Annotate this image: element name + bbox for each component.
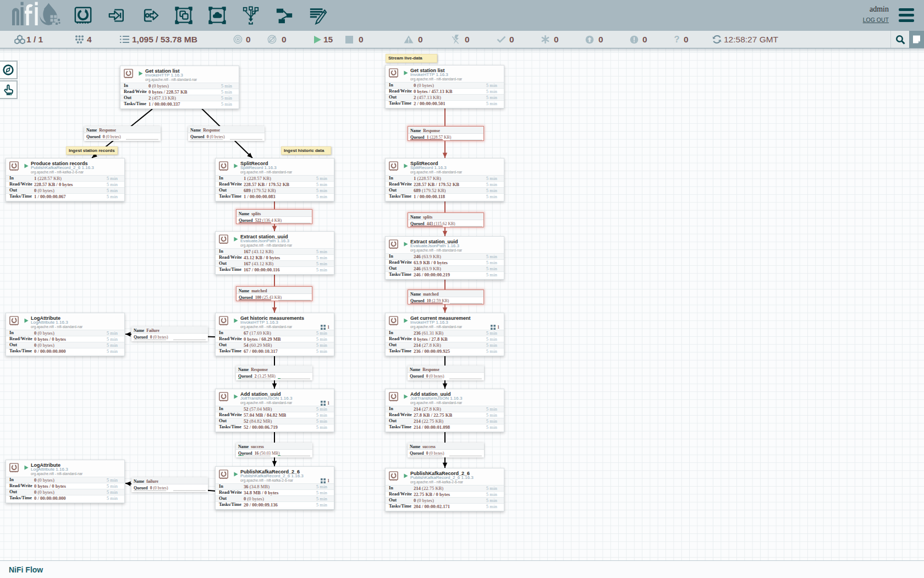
svg-text:?: ? [674,35,679,44]
